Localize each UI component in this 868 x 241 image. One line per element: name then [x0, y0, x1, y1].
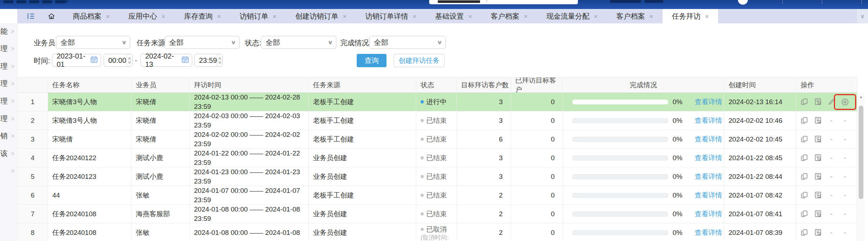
- sidebar-item[interactable]: 销>: [0, 131, 17, 141]
- time-spinner[interactable]: ∧ ∨: [126, 54, 132, 66]
- tab-库存查询[interactable]: 库存查询×: [175, 9, 230, 23]
- sidebar-item[interactable]: >: [0, 166, 17, 176]
- list-detail-icon[interactable]: [814, 228, 822, 237]
- sidebar-item[interactable]: 理>: [0, 61, 17, 71]
- query-button[interactable]: 查询: [357, 54, 386, 67]
- target-icon[interactable]: [841, 98, 849, 106]
- list-detail-icon[interactable]: [814, 191, 822, 199]
- filter-label: 完成情况:: [340, 36, 371, 50]
- start-date-input[interactable]: 2023-01-01: [52, 54, 101, 67]
- table-row[interactable]: 8 任务20240108 张敏 2024-01-08 00:00 —— 2024…: [18, 223, 857, 241]
- edit-icon[interactable]: [827, 98, 836, 106]
- tab-close-icon[interactable]: ×: [342, 13, 346, 20]
- tab-close-icon[interactable]: ×: [272, 13, 276, 20]
- view-details-link[interactable]: 查看详情: [695, 191, 722, 200]
- navbar-link-fragment[interactable]: [610, 0, 641, 3]
- tab-任务拜访[interactable]: 任务拜访×: [663, 9, 718, 23]
- navbar-link-fragment[interactable]: [645, 0, 663, 3]
- sidebar-item[interactable]: 该>: [0, 148, 17, 158]
- create-visit-task-button[interactable]: 创建拜访任务: [394, 54, 445, 67]
- copy-icon[interactable]: [800, 172, 808, 181]
- copy-icon[interactable]: [800, 154, 808, 162]
- list-detail-icon[interactable]: [814, 116, 822, 125]
- action-placeholder-dash: -: [841, 210, 849, 218]
- visited-count-cell: 0: [511, 130, 563, 148]
- filter-select-完成情况[interactable]: 全部∨: [369, 36, 446, 49]
- view-details-link[interactable]: 查看详情: [695, 116, 722, 125]
- sidebar-item[interactable]: 理>: [0, 96, 17, 106]
- tab-基础设置[interactable]: 基础设置×: [426, 9, 482, 23]
- sidebar-item[interactable]: 理>: [0, 113, 17, 124]
- copy-icon[interactable]: [800, 191, 808, 199]
- list-detail-icon[interactable]: [814, 154, 822, 162]
- start-time-input[interactable]: 00:00 ∧ ∨: [104, 54, 133, 67]
- tab-访销订单[interactable]: 访销订单×: [230, 9, 286, 23]
- actions-cell: --: [796, 111, 857, 130]
- table-row[interactable]: 1 宋晓倩3号人物 宋晓倩 2024-02-13 00:00 —— 2024-0…: [18, 93, 857, 111]
- tab-客户档案[interactable]: 客户档案×: [482, 9, 537, 23]
- end-date-input[interactable]: 2024-02-13: [141, 54, 192, 67]
- calendar-icon[interactable]: [90, 56, 98, 65]
- table-scrollbar[interactable]: ▲: [857, 93, 865, 241]
- tab-close-icon[interactable]: ×: [594, 13, 598, 20]
- tab-close-icon[interactable]: ×: [106, 13, 110, 20]
- chevron-right-icon: >: [11, 132, 14, 140]
- end-time-input[interactable]: 23:59 ∧ ∨: [194, 54, 223, 67]
- view-details-link[interactable]: 查看详情: [695, 153, 722, 163]
- filter-select-业务员[interactable]: 全部∨: [56, 36, 130, 49]
- scrollbar-up-icon[interactable]: ▲: [857, 95, 865, 99]
- copy-icon[interactable]: [800, 98, 808, 106]
- list-detail-icon[interactable]: [814, 98, 822, 106]
- view-details-link[interactable]: 查看详情: [695, 209, 722, 219]
- time-spinner[interactable]: ∧ ∨: [217, 54, 222, 66]
- tab-close-icon[interactable]: ×: [413, 13, 417, 20]
- view-details-link[interactable]: 查看详情: [695, 172, 722, 181]
- filter-select-状态[interactable]: 全部∨: [261, 36, 336, 49]
- table-row[interactable]: 7 任务20240108 海燕客服部 2024-01-08 00:00 —— 2…: [18, 205, 857, 223]
- row-number: 5: [18, 167, 48, 186]
- task-name-cell: 宋晓倩3号人物: [48, 111, 132, 130]
- tab-close-icon[interactable]: ×: [524, 13, 528, 20]
- view-details-link[interactable]: 查看详情: [695, 228, 722, 237]
- table-row[interactable]: 6 44 张敏 2024-01-07 00:00 —— 2024-01-07 2…: [18, 186, 857, 205]
- sidebar-item[interactable]: 能>: [0, 26, 17, 36]
- copy-icon[interactable]: [800, 228, 808, 237]
- copy-icon[interactable]: [800, 116, 808, 125]
- tab-close-icon[interactable]: ×: [468, 13, 472, 20]
- tab-现金流量分配[interactable]: 现金流量分配×: [537, 9, 607, 23]
- tab-访销订单详情[interactable]: 访销订单详情×: [356, 9, 426, 23]
- copy-icon[interactable]: [800, 210, 808, 218]
- sidebar-item[interactable]: 理>: [0, 44, 17, 54]
- table-row[interactable]: 4 任务20240122 测试小鹿 2024-01-22 00:00 —— 20…: [18, 149, 857, 167]
- copy-icon[interactable]: [800, 135, 808, 143]
- list-detail-icon[interactable]: [814, 172, 822, 181]
- tab-close-icon[interactable]: ×: [161, 13, 165, 20]
- tab-客户档案[interactable]: 客户档案×: [607, 9, 663, 23]
- table-row[interactable]: 3 宋晓倩 宋晓倩 2024-02-02 00:00 —— 2024-02-02…: [18, 130, 857, 149]
- sidebar-item[interactable]: 理>: [0, 79, 17, 89]
- tab-close-icon[interactable]: ×: [217, 13, 221, 20]
- tab-overflow-chevron-icon[interactable]: ∨: [857, 9, 868, 23]
- global-search-input[interactable]: [429, 0, 578, 4]
- tab-close-icon[interactable]: ×: [705, 13, 709, 20]
- completion-cell: 0% 查看详情: [563, 205, 724, 223]
- view-details-link[interactable]: 查看详情: [695, 97, 722, 107]
- table-row[interactable]: 2 宋晓倩3号人物 宋晓倩 2024-02-03 00:00 —— 2024-0…: [18, 111, 857, 130]
- list-detail-icon[interactable]: [814, 135, 822, 143]
- view-details-link[interactable]: 查看详情: [695, 135, 722, 144]
- calendar-icon[interactable]: [181, 56, 189, 65]
- tab-bar: 商品档案×应用中心×库存查询×访销订单×创建访销订单×访销订单详情×基础设置×客…: [17, 9, 857, 23]
- user-avatar[interactable]: [738, 0, 748, 5]
- home-icon[interactable]: [47, 12, 56, 20]
- table-row[interactable]: 5 任务20240123 测试小鹿 2024-01-23 00:00 —— 20…: [18, 167, 857, 186]
- tab-创建访销订单[interactable]: 创建访销订单×: [286, 9, 356, 23]
- collapse-menu-icon[interactable]: [27, 12, 35, 20]
- target-count-cell: 2: [457, 205, 511, 223]
- filter-select-任务来源[interactable]: 全部∨: [165, 36, 239, 49]
- list-detail-icon[interactable]: [814, 210, 822, 218]
- tab-close-icon[interactable]: ×: [649, 13, 653, 20]
- tab-商品档案[interactable]: 商品档案×: [63, 9, 119, 23]
- tab-应用中心[interactable]: 应用中心×: [119, 9, 175, 23]
- scrollbar-thumb[interactable]: [859, 106, 863, 199]
- chevron-right-icon: >: [11, 97, 14, 105]
